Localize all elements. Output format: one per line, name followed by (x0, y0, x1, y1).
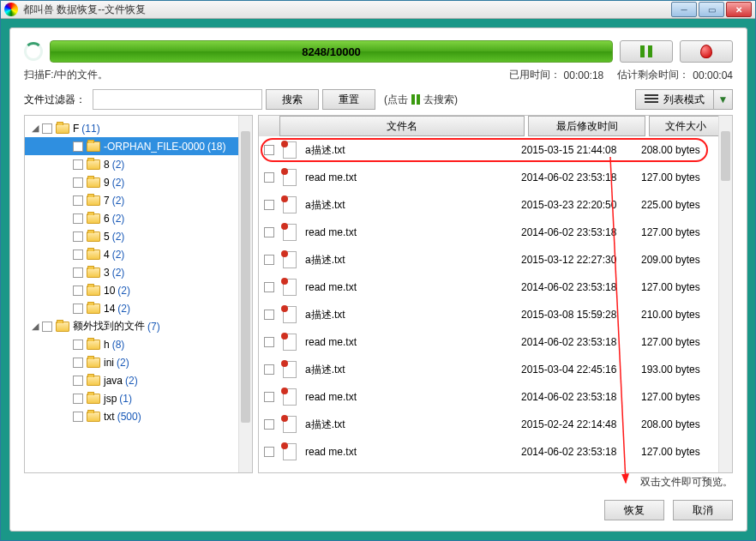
file-row[interactable]: read me.txt2014-06-02 23:53:18127.00 byt… (259, 164, 718, 191)
tree-item[interactable]: -ORPHAN_FILE-0000 (18) (25, 137, 252, 155)
stop-button[interactable] (680, 40, 733, 63)
file-row[interactable]: a描述.txt2015-02-24 22:14:48208.00 bytes (259, 411, 718, 438)
recover-button[interactable]: 恢复 (604, 500, 664, 520)
twisty-icon[interactable]: ◢ (30, 321, 40, 332)
file-checkbox[interactable] (264, 337, 274, 347)
file-checkbox[interactable] (264, 282, 274, 292)
search-button[interactable]: 搜索 (266, 89, 319, 110)
tree-item[interactable]: ◢额外找到的文件 (7) (25, 317, 252, 335)
tree-checkbox[interactable] (73, 394, 83, 404)
file-checkbox[interactable] (264, 255, 274, 265)
file-size: 127.00 bytes (641, 446, 718, 458)
tree-checkbox[interactable] (73, 358, 83, 368)
close-button[interactable]: ✕ (726, 2, 752, 17)
maximize-button[interactable]: ▭ (699, 2, 724, 17)
tree-checkbox[interactable] (42, 322, 52, 332)
file-checkbox[interactable] (264, 447, 274, 457)
tree-item[interactable]: 7 (2) (25, 191, 252, 209)
body-split: ◢F (11)-ORPHAN_FILE-0000 (18)8 (2)9 (2)7… (24, 115, 733, 473)
viewmode-dropdown[interactable]: ▼ (714, 89, 733, 110)
tree-item-label: ini (104, 357, 114, 369)
tree-item[interactable]: txt (500) (25, 407, 252, 425)
tree-item[interactable]: 14 (2) (25, 299, 252, 317)
tree-scrollbar[interactable] (238, 116, 252, 472)
filter-input[interactable] (93, 89, 262, 110)
minimize-button[interactable]: ─ (671, 2, 697, 17)
file-icon (281, 168, 298, 187)
header-size[interactable]: 文件大小 (649, 116, 723, 136)
reset-button[interactable]: 重置 (322, 89, 375, 110)
tree-item[interactable]: 5 (2) (25, 227, 252, 245)
file-row[interactable]: read me.txt2014-06-02 23:53:18127.00 byt… (259, 383, 718, 411)
file-checkbox[interactable] (264, 227, 274, 237)
file-row[interactable]: a描述.txt2015-03-12 22:27:30209.00 bytes (259, 246, 718, 274)
tree-checkbox[interactable] (73, 213, 83, 224)
file-row[interactable]: a描述.txt2015-03-08 15:59:28210.00 bytes (259, 301, 718, 328)
folder-tree[interactable]: ◢F (11)-ORPHAN_FILE-0000 (18)8 (2)9 (2)7… (25, 116, 252, 429)
tree-item[interactable]: ◢F (11) (25, 119, 252, 137)
tree-item[interactable]: 4 (2) (25, 245, 252, 263)
tree-item[interactable]: 9 (2) (25, 173, 252, 191)
file-row[interactable]: a描述.txt2015-03-23 22:20:50225.00 bytes (259, 191, 718, 219)
folder-icon (87, 376, 100, 386)
file-icon (281, 442, 298, 461)
list-scrollbar[interactable] (718, 116, 732, 472)
file-checkbox[interactable] (264, 392, 274, 402)
cancel-button[interactable]: 取消 (673, 500, 733, 520)
file-checkbox[interactable] (264, 200, 274, 210)
tree-checkbox[interactable] (73, 249, 83, 260)
tree-checkbox[interactable] (73, 195, 83, 206)
file-date: 2014-06-02 23:53:18 (521, 391, 641, 403)
tree-checkbox[interactable] (73, 159, 83, 170)
folder-icon (87, 267, 100, 278)
spinner-icon (24, 42, 43, 61)
tree-item[interactable]: 8 (2) (25, 155, 252, 173)
header-filename[interactable]: 文件名 (279, 116, 525, 136)
tree-item-count: (8) (112, 339, 125, 351)
tree-checkbox[interactable] (73, 376, 83, 386)
tree-item[interactable]: jsp (1) (25, 389, 252, 407)
file-date: 2015-03-04 22:45:16 (521, 364, 641, 376)
file-checkbox[interactable] (264, 172, 274, 183)
tree-item-count: (2) (112, 177, 125, 189)
tree-checkbox[interactable] (42, 123, 52, 134)
file-row[interactable]: read me.txt2014-06-02 23:53:18127.00 byt… (259, 328, 718, 356)
tree-checkbox[interactable] (73, 412, 83, 422)
tree-item[interactable]: java (2) (25, 371, 252, 389)
header-modified[interactable]: 最后修改时间 (528, 116, 645, 136)
viewmode-button[interactable]: 列表模式 (635, 89, 714, 110)
tree-checkbox[interactable] (73, 141, 83, 152)
viewmode-label: 列表模式 (663, 93, 705, 107)
tree-item[interactable]: 10 (2) (25, 281, 252, 299)
file-date: 2014-06-02 23:53:18 (521, 336, 641, 348)
tree-checkbox[interactable] (73, 286, 83, 296)
tree-item[interactable]: 6 (2) (25, 209, 252, 227)
tree-item[interactable]: 3 (2) (25, 263, 252, 281)
file-row[interactable]: read me.txt2014-06-02 23:53:18127.00 byt… (259, 219, 718, 246)
tree-item-label: java (104, 375, 123, 387)
list-header: 文件名 最后修改时间 文件大小 (259, 116, 732, 136)
file-row[interactable]: a描述.txt2015-03-15 21:44:08208.00 bytes (259, 136, 718, 164)
file-list[interactable]: a描述.txt2015-03-15 21:44:08208.00 bytesre… (259, 136, 732, 472)
folder-icon (87, 358, 100, 368)
tree-checkbox[interactable] (73, 177, 83, 188)
tree-checkbox[interactable] (73, 340, 83, 350)
tree-item[interactable]: ini (2) (25, 353, 252, 371)
file-checkbox[interactable] (264, 145, 274, 155)
tree-checkbox[interactable] (73, 304, 83, 314)
twisty-icon[interactable]: ◢ (30, 123, 40, 134)
file-row[interactable]: read me.txt2014-06-02 23:53:18127.00 byt… (259, 438, 718, 466)
app-window: 都叫兽 数据恢复--文件恢复 ─ ▭ ✕ 8248/10000 扫描 (0, 0, 756, 541)
remaining-label: 估计剩余时间： (617, 68, 689, 82)
pause-button[interactable] (620, 40, 673, 63)
file-checkbox[interactable] (264, 419, 274, 430)
tree-item[interactable]: h (8) (25, 335, 252, 353)
elapsed-label: 已用时间： (509, 68, 561, 82)
remaining-value: 00:00:04 (693, 69, 733, 81)
tree-checkbox[interactable] (73, 231, 83, 242)
file-row[interactable]: read me.txt2014-06-02 23:53:18127.00 byt… (259, 274, 718, 301)
tree-checkbox[interactable] (73, 267, 83, 278)
file-row[interactable]: a描述.txt2015-03-04 22:45:16193.00 bytes (259, 356, 718, 383)
file-checkbox[interactable] (264, 310, 274, 320)
file-checkbox[interactable] (264, 364, 274, 375)
